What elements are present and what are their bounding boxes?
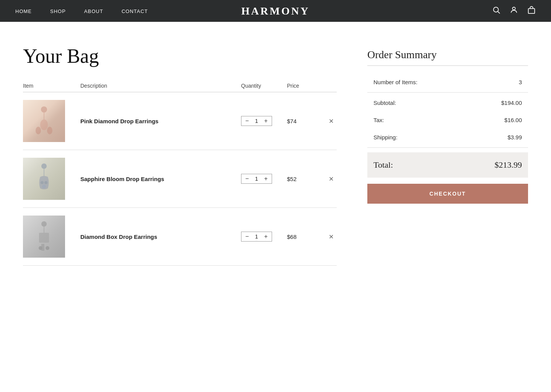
increase-qty-3[interactable]: + bbox=[264, 234, 267, 240]
shipping-label: Shipping: bbox=[373, 134, 398, 140]
nav-links: HOME SHOP ABOUT CONTACT bbox=[15, 8, 148, 15]
item-price-2: $52 bbox=[287, 176, 325, 182]
svg-point-12 bbox=[44, 181, 47, 184]
tax-value: $16.00 bbox=[504, 117, 522, 123]
item-image-1 bbox=[23, 100, 65, 142]
subtotal-value: $194.00 bbox=[501, 100, 522, 106]
summary-num-items-row: Number of Items: 3 bbox=[367, 74, 528, 91]
svg-point-14 bbox=[41, 221, 47, 227]
svg-point-18 bbox=[39, 246, 42, 250]
table-row: Sapphire Bloom Drop Earrings − 1 + $52 ✕ bbox=[23, 150, 337, 208]
table-row: Diamond Box Drop Earrings − 1 + $68 ✕ bbox=[23, 208, 337, 266]
nav-shop[interactable]: SHOP bbox=[50, 8, 66, 14]
remove-item-3[interactable]: ✕ bbox=[325, 233, 337, 240]
remove-item-1[interactable]: ✕ bbox=[325, 118, 337, 125]
num-items-label: Number of Items: bbox=[373, 79, 417, 85]
quantity-control-1: − 1 + bbox=[241, 116, 272, 126]
item-price-1: $74 bbox=[287, 118, 325, 124]
increase-qty-2[interactable]: + bbox=[264, 176, 267, 182]
svg-point-0 bbox=[494, 7, 499, 12]
table-header: Item Description Quantity Price bbox=[23, 83, 337, 92]
navbar: HOME SHOP ABOUT CONTACT HARMONY bbox=[0, 0, 551, 22]
checkout-button[interactable]: CHECKOUT bbox=[367, 184, 528, 204]
decrease-qty-2[interactable]: − bbox=[245, 176, 249, 182]
item-description-1: Pink Diamond Drop Earrings bbox=[80, 118, 241, 124]
page-title: Your Bag bbox=[23, 45, 337, 67]
summary-divider-2 bbox=[367, 147, 528, 148]
col-header-quantity: Quantity bbox=[241, 83, 287, 89]
svg-point-2 bbox=[512, 7, 515, 10]
col-header-item: Item bbox=[23, 83, 80, 89]
total-value: $213.99 bbox=[495, 160, 522, 170]
increase-qty-1[interactable]: + bbox=[264, 118, 267, 124]
col-header-price: Price bbox=[287, 83, 325, 89]
remove-item-2[interactable]: ✕ bbox=[325, 175, 337, 183]
svg-point-8 bbox=[47, 127, 52, 134]
item-image-2 bbox=[23, 158, 65, 200]
tax-label: Tax: bbox=[373, 117, 384, 123]
svg-point-13 bbox=[42, 185, 46, 188]
site-logo: HARMONY bbox=[241, 5, 310, 17]
subtotal-label: Subtotal: bbox=[373, 100, 396, 106]
item-image-3 bbox=[23, 216, 65, 258]
num-items-value: 3 bbox=[519, 79, 522, 85]
search-icon[interactable] bbox=[492, 6, 500, 16]
order-summary: Order Summary Number of Items: 3 Subtota… bbox=[367, 45, 528, 266]
svg-point-4 bbox=[41, 106, 47, 113]
nav-contact[interactable]: CONTACT bbox=[122, 8, 148, 14]
svg-point-11 bbox=[41, 181, 44, 184]
total-label: Total: bbox=[373, 160, 393, 170]
svg-line-1 bbox=[498, 11, 500, 13]
decrease-qty-3[interactable]: − bbox=[245, 234, 249, 240]
qty-value-2: 1 bbox=[253, 176, 259, 182]
svg-point-19 bbox=[46, 246, 49, 250]
summary-divider-1 bbox=[367, 92, 528, 93]
col-header-description: Description bbox=[80, 83, 241, 89]
summary-total-row: Total: $213.99 bbox=[367, 152, 528, 178]
qty-value-3: 1 bbox=[253, 234, 259, 240]
bag-section: Your Bag Item Description Quantity Price… bbox=[23, 45, 337, 266]
svg-point-6 bbox=[40, 119, 48, 130]
item-description-3: Diamond Box Drop Earrings bbox=[80, 234, 241, 240]
table-row: Pink Diamond Drop Earrings − 1 + $74 ✕ bbox=[23, 92, 337, 150]
svg-rect-16 bbox=[39, 233, 49, 243]
bag-icon[interactable] bbox=[527, 6, 536, 16]
quantity-control-3: − 1 + bbox=[241, 232, 272, 242]
user-icon[interactable] bbox=[510, 6, 518, 16]
svg-rect-3 bbox=[528, 8, 535, 13]
nav-home[interactable]: HOME bbox=[15, 8, 32, 14]
col-header-remove bbox=[325, 83, 337, 89]
shipping-value: $3.99 bbox=[507, 134, 522, 140]
svg-point-9 bbox=[41, 163, 47, 169]
svg-point-7 bbox=[36, 127, 41, 134]
item-description-2: Sapphire Bloom Drop Earrings bbox=[80, 176, 241, 182]
qty-value-1: 1 bbox=[253, 118, 259, 124]
summary-subtotal-row: Subtotal: $194.00 bbox=[367, 94, 528, 111]
item-price-3: $68 bbox=[287, 234, 325, 240]
nav-about[interactable]: ABOUT bbox=[84, 8, 103, 14]
main-content: Your Bag Item Description Quantity Price… bbox=[0, 22, 551, 289]
summary-title: Order Summary bbox=[367, 49, 528, 66]
nav-icon-group bbox=[492, 6, 536, 16]
quantity-control-2: − 1 + bbox=[241, 174, 272, 184]
summary-shipping-row: Shipping: $3.99 bbox=[367, 129, 528, 146]
summary-tax-row: Tax: $16.00 bbox=[367, 111, 528, 129]
decrease-qty-1[interactable]: − bbox=[245, 118, 249, 124]
